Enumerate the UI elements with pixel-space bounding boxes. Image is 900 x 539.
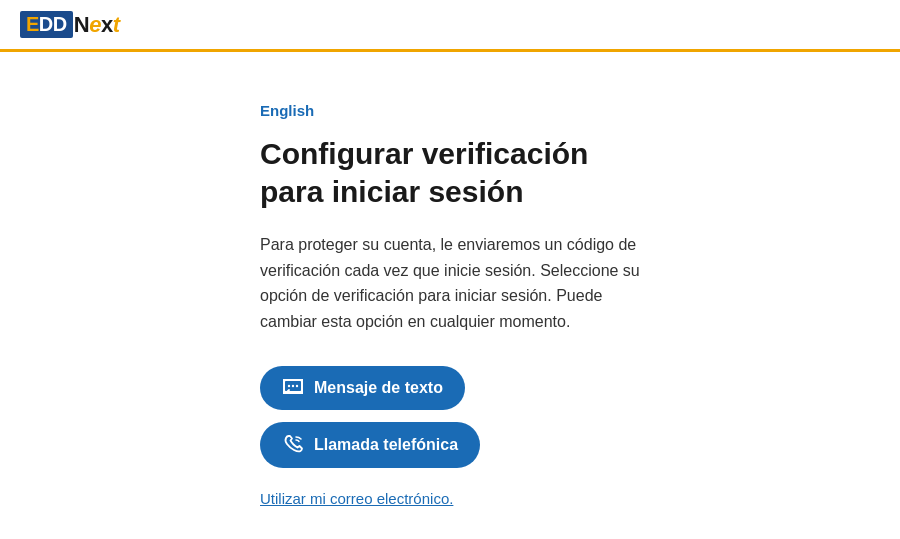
- phone-button[interactable]: Llamada telefónica: [260, 422, 480, 468]
- main-content: English Configurar verificación para ini…: [0, 52, 900, 539]
- chat-icon: [282, 378, 304, 398]
- logo-next: Next: [74, 12, 120, 38]
- language-link[interactable]: English: [260, 102, 640, 119]
- phone-button-label: Llamada telefónica: [314, 436, 458, 454]
- sms-button-label: Mensaje de texto: [314, 379, 443, 397]
- svg-point-3: [296, 385, 298, 387]
- content-box: English Configurar verificación para ini…: [260, 102, 640, 508]
- header: EDD Next: [0, 0, 900, 52]
- buttons-row: Mensaje de texto Llamada telefónica: [260, 366, 640, 468]
- sms-button[interactable]: Mensaje de texto: [260, 366, 465, 410]
- email-link[interactable]: Utilizar mi correo electrónico.: [260, 490, 453, 507]
- page-title: Configurar verificación para iniciar ses…: [260, 135, 640, 210]
- logo: EDD Next: [20, 11, 119, 38]
- page-description: Para proteger su cuenta, le enviaremos u…: [260, 232, 640, 334]
- svg-point-1: [288, 385, 290, 387]
- logo-edd: EDD: [20, 11, 73, 38]
- svg-point-2: [292, 385, 294, 387]
- phone-icon: [282, 434, 304, 456]
